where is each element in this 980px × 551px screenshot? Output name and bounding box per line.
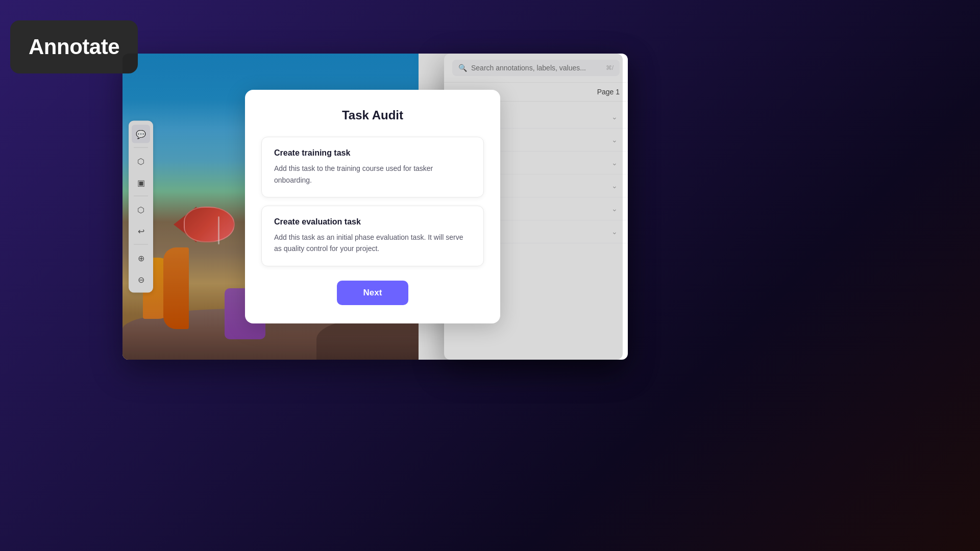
evaluation-task-title: Create evaluation task xyxy=(274,217,471,227)
training-task-title: Create training task xyxy=(274,148,471,158)
app-title-box: Annotate xyxy=(10,20,138,73)
modal-overlay: Task Audit Create training task Add this… xyxy=(122,54,623,360)
evaluation-task-card[interactable]: Create evaluation task Add this task as … xyxy=(261,206,484,266)
modal-footer: Next xyxy=(261,281,484,305)
main-panel: 💬 ⬡ ▣ ⬡ ↩ ⊕ ⊖ xyxy=(122,54,623,360)
modal-title: Task Audit xyxy=(261,108,484,122)
training-task-card[interactable]: Create training task Add this task to th… xyxy=(261,137,484,197)
next-button[interactable]: Next xyxy=(337,281,409,305)
task-audit-modal: Task Audit Create training task Add this… xyxy=(245,90,500,323)
app-title: Annotate xyxy=(29,35,119,59)
training-task-description: Add this task to the training course use… xyxy=(274,163,471,186)
evaluation-task-description: Add this task as an initial phase evalua… xyxy=(274,232,471,255)
